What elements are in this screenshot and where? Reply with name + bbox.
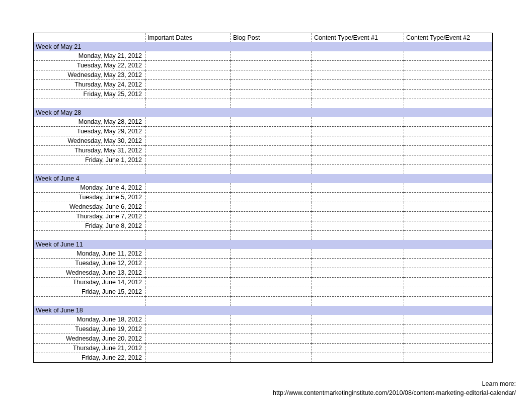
cell-blog-post[interactable] [231,268,312,278]
cell-important-dates[interactable] [145,183,231,193]
cell-blog-post[interactable] [231,183,312,193]
cell-important-dates[interactable] [145,146,231,155]
cell-blog-post[interactable] [231,344,312,353]
cell-content-type-2[interactable] [404,136,493,146]
cell-important-dates[interactable] [145,80,231,90]
cell-blog-post[interactable] [231,136,312,146]
cell-blog-post[interactable] [231,324,312,334]
cell-blog-post[interactable] [231,221,312,231]
cell-content-type-1[interactable] [312,193,404,202]
cell-content-type-1[interactable] [312,334,404,344]
cell-blog-post[interactable] [231,155,312,165]
cell-content-type-1[interactable] [312,344,404,353]
cell-content-type-1[interactable] [312,324,404,334]
cell-important-dates[interactable] [145,136,231,146]
cell-important-dates[interactable] [145,353,231,363]
cell-important-dates[interactable] [145,344,231,353]
cell-blog-post[interactable] [231,127,312,136]
cell-content-type-2[interactable] [404,315,493,324]
cell-content-type-1[interactable] [312,61,404,70]
cell-content-type-1[interactable] [312,259,404,268]
cell-content-type-2[interactable] [404,193,493,202]
cell-content-type-2[interactable] [404,334,493,344]
cell-blog-post[interactable] [231,315,312,324]
cell-content-type-1[interactable] [312,146,404,155]
cell-content-type-1[interactable] [312,287,404,297]
cell-content-type-2[interactable] [404,61,493,70]
cell-important-dates[interactable] [145,127,231,136]
cell-content-type-1[interactable] [312,249,404,259]
cell-blog-post[interactable] [231,80,312,90]
cell-blog-post[interactable] [231,278,312,287]
cell-blog-post[interactable] [231,90,312,99]
cell-important-dates[interactable] [145,324,231,334]
cell-content-type-2[interactable] [404,324,493,334]
cell-important-dates[interactable] [145,221,231,231]
cell-important-dates[interactable] [145,155,231,165]
cell-content-type-1[interactable] [312,202,404,212]
cell-content-type-1[interactable] [312,278,404,287]
cell-content-type-1[interactable] [312,127,404,136]
cell-content-type-2[interactable] [404,212,493,221]
cell-content-type-2[interactable] [404,146,493,155]
cell-blog-post[interactable] [231,117,312,127]
cell-blog-post[interactable] [231,259,312,268]
cell-content-type-1[interactable] [312,212,404,221]
cell-important-dates[interactable] [145,51,231,61]
cell-important-dates[interactable] [145,287,231,297]
cell-important-dates[interactable] [145,90,231,99]
cell-blog-post[interactable] [231,212,312,221]
cell-content-type-1[interactable] [312,155,404,165]
cell-content-type-2[interactable] [404,344,493,353]
cell-content-type-2[interactable] [404,80,493,90]
cell-important-dates[interactable] [145,117,231,127]
cell-content-type-2[interactable] [404,51,493,61]
cell-content-type-1[interactable] [312,183,404,193]
cell-content-type-2[interactable] [404,287,493,297]
cell-blog-post[interactable] [231,202,312,212]
cell-content-type-2[interactable] [404,117,493,127]
cell-important-dates[interactable] [145,202,231,212]
cell-blog-post[interactable] [231,146,312,155]
cell-content-type-2[interactable] [404,202,493,212]
cell-content-type-2[interactable] [404,155,493,165]
cell-blog-post[interactable] [231,353,312,363]
cell-content-type-2[interactable] [404,259,493,268]
cell-content-type-1[interactable] [312,268,404,278]
cell-content-type-2[interactable] [404,268,493,278]
cell-blog-post[interactable] [231,287,312,297]
cell-content-type-2[interactable] [404,249,493,259]
cell-content-type-2[interactable] [404,221,493,231]
cell-blog-post[interactable] [231,193,312,202]
cell-content-type-2[interactable] [404,183,493,193]
cell-content-type-1[interactable] [312,70,404,80]
cell-blog-post[interactable] [231,334,312,344]
cell-important-dates[interactable] [145,61,231,70]
cell-content-type-1[interactable] [312,136,404,146]
cell-important-dates[interactable] [145,315,231,324]
cell-content-type-2[interactable] [404,90,493,99]
cell-content-type-1[interactable] [312,80,404,90]
cell-important-dates[interactable] [145,193,231,202]
cell-important-dates[interactable] [145,70,231,80]
cell-content-type-2[interactable] [404,127,493,136]
cell-important-dates[interactable] [145,212,231,221]
cell-content-type-2[interactable] [404,278,493,287]
cell-content-type-1[interactable] [312,117,404,127]
cell-important-dates[interactable] [145,278,231,287]
cell-content-type-2[interactable] [404,70,493,80]
cell-blog-post[interactable] [231,70,312,80]
cell-important-dates[interactable] [145,249,231,259]
cell-content-type-2[interactable] [404,353,493,363]
cell-blog-post[interactable] [231,51,312,61]
cell-content-type-1[interactable] [312,315,404,324]
cell-content-type-1[interactable] [312,221,404,231]
cell-important-dates[interactable] [145,334,231,344]
cell-important-dates[interactable] [145,259,231,268]
cell-important-dates[interactable] [145,268,231,278]
cell-content-type-1[interactable] [312,90,404,99]
cell-blog-post[interactable] [231,61,312,70]
cell-content-type-1[interactable] [312,353,404,363]
cell-content-type-1[interactable] [312,51,404,61]
cell-blog-post[interactable] [231,249,312,259]
